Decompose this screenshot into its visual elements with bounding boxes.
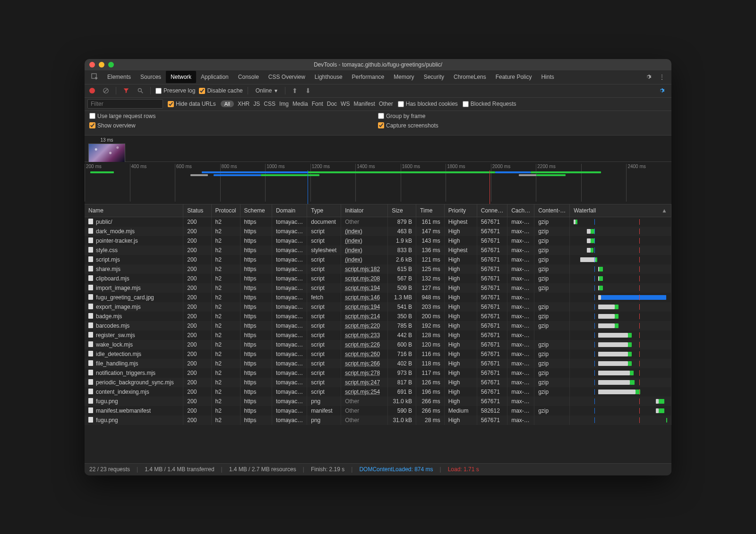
column-header[interactable]: Size bbox=[388, 204, 416, 217]
initiator-link[interactable]: script.mjs:182 bbox=[345, 266, 380, 272]
filter-icon[interactable] bbox=[121, 86, 131, 95]
column-header[interactable]: Waterfall▲ bbox=[570, 204, 671, 217]
initiator-link[interactable]: script.mjs:260 bbox=[345, 351, 380, 357]
tab-memory[interactable]: Memory bbox=[389, 71, 419, 83]
network-settings-gear-icon[interactable] bbox=[654, 85, 669, 96]
table-row[interactable]: pointer-tracker.js200h2httpstomayac…scri… bbox=[85, 236, 671, 246]
settings-gear-icon[interactable] bbox=[641, 72, 655, 82]
table-row[interactable]: fugu_greeting_card.jpg200h2httpstomayac…… bbox=[85, 293, 671, 302]
table-row[interactable]: style.css200h2httpstomayac…stylesheet(in… bbox=[85, 246, 671, 255]
filter-type-all[interactable]: All bbox=[221, 101, 234, 107]
large-rows-checkbox[interactable]: Use large request rows bbox=[89, 113, 378, 119]
table-row[interactable]: public/200h2httpstomayac…documentOther87… bbox=[85, 217, 671, 227]
table-row[interactable]: clipboard.mjs200h2httpstomayac…scriptscr… bbox=[85, 274, 671, 283]
throttling-dropdown[interactable]: Online ▾ bbox=[253, 86, 281, 95]
filter-type-js[interactable]: JS bbox=[253, 101, 260, 107]
filter-input[interactable] bbox=[87, 99, 163, 109]
column-header[interactable]: Scheme bbox=[240, 204, 272, 217]
capture-screenshots-checkbox[interactable]: Capture screenshots bbox=[378, 122, 667, 129]
initiator-link[interactable]: (index) bbox=[345, 256, 362, 263]
table-row[interactable]: manifest.webmanifest200h2httpstomayac…ma… bbox=[85, 406, 671, 415]
record-button[interactable] bbox=[87, 87, 97, 94]
timeline-overview[interactable]: 200 ms400 ms600 ms800 ms1000 ms1200 ms14… bbox=[85, 162, 671, 204]
initiator-link[interactable]: script.mjs:194 bbox=[345, 304, 380, 310]
filter-type-font[interactable]: Font bbox=[312, 101, 323, 107]
initiator-link[interactable]: script.mjs:278 bbox=[345, 370, 380, 376]
table-row[interactable]: import_image.mjs200h2httpstomayac…script… bbox=[85, 283, 671, 293]
column-header[interactable]: Protocol bbox=[211, 204, 240, 217]
initiator-link[interactable]: script.mjs:247 bbox=[345, 379, 380, 386]
group-by-frame-checkbox[interactable]: Group by frame bbox=[378, 113, 667, 119]
table-row[interactable]: dark_mode.mjs200h2httpstomayac…script(in… bbox=[85, 227, 671, 236]
initiator-link[interactable]: script.mjs:233 bbox=[345, 332, 380, 339]
initiator-link[interactable]: script.mjs:194 bbox=[345, 285, 380, 291]
table-row[interactable]: barcodes.mjs200h2httpstomayac…scriptscri… bbox=[85, 321, 671, 331]
initiator-link[interactable]: script.mjs:254 bbox=[345, 389, 380, 395]
disable-cache-checkbox[interactable]: Disable cache bbox=[199, 87, 242, 94]
table-row[interactable]: fugu.png200h2httpstomayac…pngOther31.0 k… bbox=[85, 415, 671, 425]
table-row[interactable]: register_sw.mjs200h2httpstomayac…scripts… bbox=[85, 331, 671, 340]
initiator-link[interactable]: script.mjs:226 bbox=[345, 341, 380, 348]
initiator-link[interactable]: (index) bbox=[345, 237, 362, 244]
table-row[interactable]: idle_detection.mjs200h2httpstomayac…scri… bbox=[85, 349, 671, 359]
table-row[interactable]: share.mjs200h2httpstomayac…scriptscript.… bbox=[85, 264, 671, 274]
inspect-element-icon[interactable] bbox=[87, 71, 103, 83]
more-menu-icon[interactable]: ⋮ bbox=[655, 72, 669, 82]
table-row[interactable]: periodic_background_sync.mjs200h2httpsto… bbox=[85, 378, 671, 387]
blocked-requests-checkbox[interactable]: Blocked Requests bbox=[463, 101, 516, 107]
initiator-link[interactable]: script.mjs:220 bbox=[345, 322, 380, 329]
screenshot-thumbnail[interactable] bbox=[88, 144, 125, 162]
table-row[interactable]: script.mjs200h2httpstomayac…script(index… bbox=[85, 255, 671, 264]
tab-feature-policy[interactable]: Feature Policy bbox=[491, 71, 537, 83]
tab-sources[interactable]: Sources bbox=[136, 71, 166, 83]
table-row[interactable]: fugu.png200h2httpstomayac…pngOther31.0 k… bbox=[85, 397, 671, 406]
column-header[interactable]: Conne… bbox=[477, 204, 507, 217]
initiator-link[interactable]: (index) bbox=[345, 247, 362, 254]
search-icon[interactable] bbox=[135, 86, 146, 95]
filter-type-other[interactable]: Other bbox=[379, 101, 393, 107]
filter-type-manifest[interactable]: Manifest bbox=[353, 101, 375, 107]
hide-data-urls-checkbox[interactable]: Hide data URLs bbox=[168, 101, 216, 107]
column-header[interactable]: Priority bbox=[444, 204, 477, 217]
tab-application[interactable]: Application bbox=[196, 71, 233, 83]
column-header[interactable]: Cach… bbox=[507, 204, 534, 217]
column-header[interactable]: Type bbox=[307, 204, 341, 217]
initiator-link[interactable]: script.mjs:266 bbox=[345, 360, 380, 367]
filter-type-ws[interactable]: WS bbox=[341, 101, 350, 107]
table-row[interactable]: file_handling.mjs200h2httpstomayac…scrip… bbox=[85, 359, 671, 368]
has-blocked-cookies-checkbox[interactable]: Has blocked cookies bbox=[398, 101, 458, 107]
column-header[interactable]: Status bbox=[183, 204, 211, 217]
table-row[interactable]: export_image.mjs200h2httpstomayac…script… bbox=[85, 302, 671, 312]
clear-button[interactable] bbox=[101, 86, 111, 95]
tab-css-overview[interactable]: CSS Overview bbox=[264, 71, 310, 83]
table-row[interactable]: wake_lock.mjs200h2httpstomayac…scriptscr… bbox=[85, 340, 671, 349]
export-har-icon[interactable]: ⬇ bbox=[303, 86, 313, 95]
column-header[interactable]: Domain bbox=[272, 204, 307, 217]
tab-hints[interactable]: Hints bbox=[536, 71, 558, 83]
initiator-link[interactable]: script.mjs:146 bbox=[345, 294, 380, 301]
column-header[interactable]: Name bbox=[85, 204, 183, 217]
initiator-link[interactable]: script.mjs:208 bbox=[345, 275, 380, 282]
tab-performance[interactable]: Performance bbox=[347, 71, 389, 83]
tab-security[interactable]: Security bbox=[419, 71, 449, 83]
tab-chromelens[interactable]: ChromeLens bbox=[449, 71, 491, 83]
initiator-link[interactable]: (index) bbox=[345, 228, 362, 235]
filter-type-doc[interactable]: Doc bbox=[327, 101, 337, 107]
filter-type-img[interactable]: Img bbox=[279, 101, 289, 107]
table-row[interactable]: badge.mjs200h2httpstomayac…scriptscript.… bbox=[85, 312, 671, 321]
tab-console[interactable]: Console bbox=[233, 71, 264, 83]
show-overview-checkbox[interactable]: Show overview bbox=[89, 122, 378, 129]
column-header[interactable]: Content-… bbox=[534, 204, 570, 217]
table-row[interactable]: content_indexing.mjs200h2httpstomayac…sc… bbox=[85, 387, 671, 397]
filter-type-xhr[interactable]: XHR bbox=[238, 101, 249, 107]
initiator-link[interactable]: script.mjs:214 bbox=[345, 313, 380, 320]
column-header[interactable]: Initiator bbox=[341, 204, 388, 217]
preserve-log-checkbox[interactable]: Preserve log bbox=[155, 87, 195, 94]
import-har-icon[interactable]: ⬆ bbox=[290, 86, 300, 95]
tab-elements[interactable]: Elements bbox=[103, 71, 136, 83]
filter-type-css[interactable]: CSS bbox=[264, 101, 275, 107]
tab-network[interactable]: Network bbox=[166, 71, 196, 83]
tab-lighthouse[interactable]: Lighthouse bbox=[310, 71, 347, 83]
column-header[interactable]: Time bbox=[416, 204, 445, 217]
table-row[interactable]: notification_triggers.mjs200h2httpstomay… bbox=[85, 368, 671, 378]
